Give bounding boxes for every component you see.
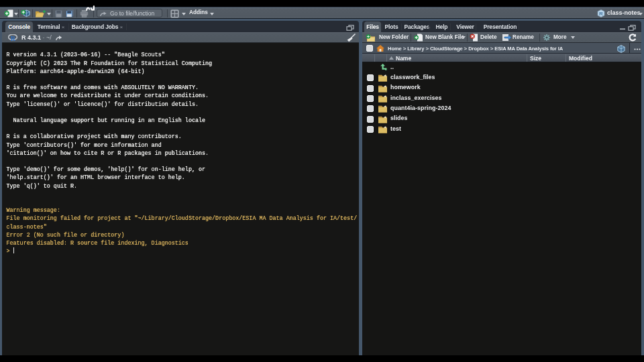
svg-text:R: R xyxy=(11,35,16,42)
svg-text:R: R xyxy=(599,11,603,17)
